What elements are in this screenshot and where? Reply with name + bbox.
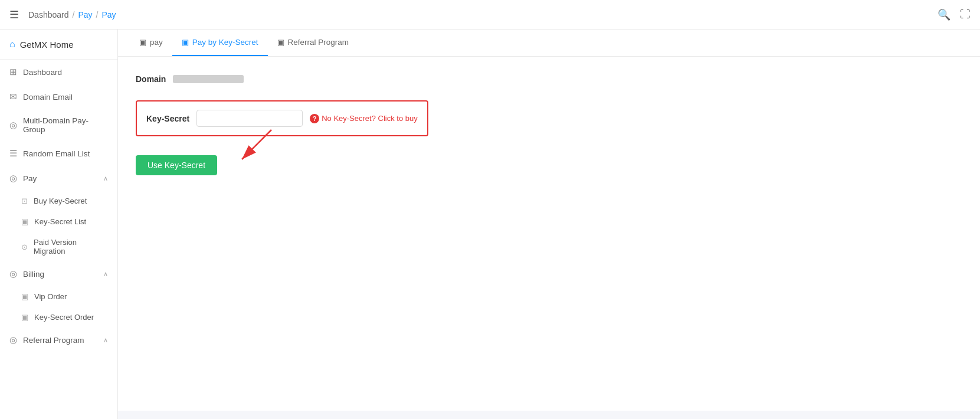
sidebar-label-buy-key-secret: Buy Key-Secret [34,197,87,205]
tab-key-secret-label: Pay by Key-Secret [192,38,258,47]
sidebar-item-key-secret-order[interactable]: ▣ Key-Secret Order [0,307,117,328]
tab-key-secret-icon: ▣ [182,38,189,47]
vip-order-icon: ▣ [21,292,28,301]
sidebar-label-key-secret-order: Key-Secret Order [34,313,94,322]
breadcrumb-dashboard[interactable]: Dashboard [28,10,69,19]
sidebar-brand[interactable]: ⌂ GetMX Home [0,30,117,60]
header-right: 🔍 ⛶ [938,8,971,21]
pay-group-icon: ◎ [9,173,17,184]
sidebar-item-dashboard[interactable]: ⊞ Dashboard [0,60,117,84]
sidebar-item-vip-order[interactable]: ▣ Vip Order [0,286,117,307]
sidebar-label-paid-version-migration: Paid Version Migration [34,238,108,256]
domain-email-icon: ✉ [9,91,17,102]
sidebar-label-pay: Pay [23,174,37,183]
key-secret-input[interactable] [196,110,303,127]
sidebar-brand-label: GetMX Home [20,40,74,50]
sidebar-group-billing[interactable]: ◎ Billing ∧ [0,261,117,286]
buy-key-secret-icon: ⊡ [21,197,28,205]
paid-version-icon: ⊙ [21,243,28,251]
billing-chevron-icon: ∧ [103,270,108,278]
sidebar-item-key-secret-list[interactable]: ▣ Key-Secret List [0,211,117,232]
tabs-bar: ▣ pay ▣ Pay by Key-Secret ▣ Referral Pro… [118,30,980,57]
sidebar-label-multi-domain: Multi-Domain Pay-Group [23,116,108,134]
sidebar-item-random-email[interactable]: ☰ Random Email List [0,141,117,166]
main-content: ▣ pay ▣ Pay by Key-Secret ▣ Referral Pro… [118,30,980,419]
tab-referral-program[interactable]: ▣ Referral Program [268,30,359,56]
layout: ⌂ GetMX Home ⊞ Dashboard ✉ Domain Email … [0,30,980,419]
sidebar-item-domain-email[interactable]: ✉ Domain Email [0,84,117,109]
no-key-secret-text: No Key-Secret? Click to buy [322,114,418,123]
sidebar-item-multi-domain[interactable]: ◎ Multi-Domain Pay-Group [0,109,117,141]
key-secret-list-icon: ▣ [21,217,28,226]
sidebar-item-buy-key-secret[interactable]: ⊡ Buy Key-Secret [0,191,117,211]
pay-chevron-icon: ∧ [103,175,108,182]
tab-referral-icon: ▣ [277,38,284,47]
domain-value-placeholder [173,75,244,83]
sidebar-label-vip-order: Vip Order [34,292,67,301]
breadcrumb-sep-1: / [73,10,75,19]
sidebar-label-domain-email: Domain Email [23,93,73,102]
sidebar-label-billing: Billing [23,270,44,279]
brand-icon: ⌂ [9,39,15,50]
sidebar-label-key-secret-list: Key-Secret List [34,217,86,226]
fullscreen-icon[interactable]: ⛶ [960,8,971,21]
sidebar-item-paid-version-migration[interactable]: ⊙ Paid Version Migration [0,232,117,261]
sidebar-group-referral-left: ◎ Referral Program [9,335,84,345]
sidebar-group-pay[interactable]: ◎ Pay ∧ [0,166,117,191]
breadcrumb-pay-1[interactable]: Pay [78,10,92,19]
annotation-wrapper: Key-Secret ? No Key-Secret? Click to buy [136,100,428,175]
use-key-secret-button[interactable]: Use Key-Secret [136,155,217,175]
multi-domain-icon: ◎ [9,120,17,130]
breadcrumb: Dashboard / Pay / Pay [28,10,116,19]
key-secret-order-icon: ▣ [21,313,28,322]
top-header: ☰ Dashboard / Pay / Pay 🔍 ⛶ [0,0,980,30]
sidebar-group-pay-left: ◎ Pay [9,173,37,184]
dashboard-icon: ⊞ [9,67,17,77]
sidebar-group-billing-left: ◎ Billing [9,269,44,279]
random-email-icon: ☰ [9,148,17,159]
sidebar-label-dashboard: Dashboard [23,68,62,77]
tab-pay-label: pay [150,38,163,47]
tab-pay[interactable]: ▣ pay [130,30,172,56]
sidebar: ⌂ GetMX Home ⊞ Dashboard ✉ Domain Email … [0,30,118,419]
tab-referral-label: Referral Program [288,38,349,47]
tab-pay-icon: ▣ [139,38,146,47]
referral-group-icon: ◎ [9,335,17,345]
breadcrumb-sep-2: / [96,10,99,19]
search-icon[interactable]: 🔍 [938,8,950,21]
tab-pay-by-key-secret[interactable]: ▣ Pay by Key-Secret [172,30,268,56]
content-panel: Domain Key-Secret ? No Key-Secret? Click… [118,57,980,411]
no-key-secret-link[interactable]: ? No Key-Secret? Click to buy [310,114,418,123]
key-secret-label: Key-Secret [146,114,189,123]
sidebar-group-referral[interactable]: ◎ Referral Program ∧ [0,328,117,352]
billing-group-icon: ◎ [9,269,17,279]
domain-row: Domain [136,74,962,84]
domain-label: Domain [136,74,166,84]
sidebar-sub-billing: ▣ Vip Order ▣ Key-Secret Order [0,286,117,328]
sidebar-label-random-email: Random Email List [23,149,90,158]
sidebar-sub-pay: ⊡ Buy Key-Secret ▣ Key-Secret List ⊙ Pai… [0,191,117,261]
referral-chevron-icon: ∧ [103,336,108,344]
key-secret-row: Key-Secret ? No Key-Secret? Click to buy [146,110,418,127]
key-secret-container: Key-Secret ? No Key-Secret? Click to buy [136,100,428,136]
sidebar-label-referral: Referral Program [23,336,84,345]
breadcrumb-pay-2[interactable]: Pay [101,10,116,19]
question-icon: ? [310,114,319,123]
menu-icon[interactable]: ☰ [9,8,19,21]
